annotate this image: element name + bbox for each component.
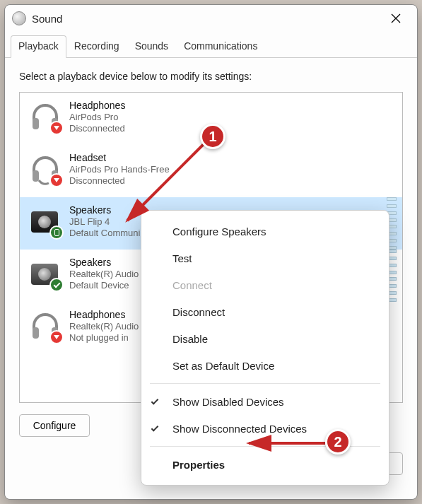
annotation-2: 2 bbox=[325, 429, 351, 455]
device-name: Headset bbox=[69, 152, 170, 163]
status-badge-unplugged bbox=[49, 330, 64, 344]
speaker-icon bbox=[28, 257, 62, 291]
ctx-connect: Connect bbox=[141, 271, 389, 298]
titlebar: Sound bbox=[5, 5, 417, 32]
device-model: Realtek(R) Audio bbox=[69, 269, 139, 279]
sound-icon bbox=[12, 11, 26, 25]
check-icon bbox=[151, 424, 159, 432]
device-status: Default Device bbox=[69, 280, 139, 291]
device-model: AirPods Pro bbox=[69, 112, 125, 122]
close-button[interactable] bbox=[382, 8, 410, 29]
device-name: Headphones bbox=[69, 100, 125, 111]
svg-rect-2 bbox=[33, 170, 39, 182]
ctx-show-disabled-label: Show Disabled Devices bbox=[172, 396, 284, 408]
separator bbox=[150, 383, 380, 384]
ctx-configure-speakers[interactable]: Configure Speakers bbox=[141, 218, 389, 245]
device-name: Headphones bbox=[69, 309, 139, 320]
tab-playback[interactable]: Playback bbox=[11, 35, 66, 58]
window-title: Sound bbox=[32, 13, 62, 25]
device-status: Disconnected bbox=[69, 175, 170, 186]
device-item[interactable]: Headset AirPods Pro Hands-Free Disconnec… bbox=[20, 145, 402, 197]
device-model: AirPods Pro Hands-Free bbox=[69, 164, 170, 175]
svg-rect-0 bbox=[33, 118, 39, 129]
ctx-test[interactable]: Test bbox=[141, 245, 389, 271]
tab-recording[interactable]: Recording bbox=[66, 35, 127, 58]
device-name: Speakers bbox=[69, 257, 139, 268]
headset-icon bbox=[28, 152, 62, 186]
tab-bar: Playback Recording Sounds Communications bbox=[5, 32, 417, 58]
headphones-icon bbox=[28, 100, 62, 134]
headphones-icon bbox=[28, 309, 62, 343]
ctx-set-default[interactable]: Set as Default Device bbox=[141, 352, 389, 379]
speaker-icon bbox=[28, 204, 62, 238]
ctx-show-disconnected-label: Show Disconnected Devices bbox=[172, 423, 307, 435]
ctx-disconnect[interactable]: Disconnect bbox=[141, 298, 389, 325]
svg-rect-4 bbox=[33, 327, 39, 339]
instruction-text: Select a playback device below to modify… bbox=[19, 71, 403, 82]
ctx-properties[interactable]: Properties bbox=[141, 451, 389, 478]
device-model: Realtek(R) Audio bbox=[69, 321, 139, 332]
status-badge-disconnected bbox=[49, 173, 64, 187]
ctx-show-disconnected[interactable]: Show Disconnected Devices bbox=[141, 415, 389, 442]
configure-button[interactable]: Configure bbox=[19, 414, 90, 437]
ctx-show-disabled[interactable]: Show Disabled Devices bbox=[141, 388, 389, 415]
sound-dialog: Sound Playback Recording Sounds Communic… bbox=[4, 4, 418, 500]
tab-sounds[interactable]: Sounds bbox=[127, 35, 176, 58]
status-badge-disconnected bbox=[49, 121, 64, 135]
device-status: Disconnected bbox=[69, 123, 125, 134]
status-badge-default-comm bbox=[49, 225, 64, 240]
device-status: Not plugged in bbox=[69, 332, 139, 343]
ctx-disable[interactable]: Disable bbox=[141, 325, 389, 352]
tab-communications[interactable]: Communications bbox=[176, 35, 265, 58]
annotation-1: 1 bbox=[200, 124, 225, 149]
status-badge-default bbox=[49, 278, 64, 292]
context-menu: Configure Speakers Test Connect Disconne… bbox=[141, 210, 389, 486]
check-icon bbox=[151, 397, 159, 405]
